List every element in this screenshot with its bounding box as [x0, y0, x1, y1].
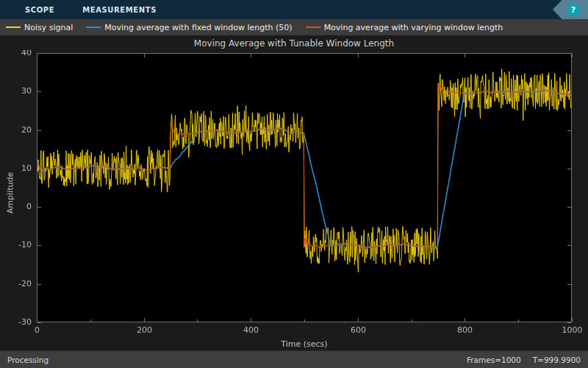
legend: Noisy signal Moving average with fixed w… [0, 19, 588, 35]
status-processing: Processing [7, 355, 49, 364]
legend-swatch-fixed-window [86, 26, 101, 28]
status-bar: Processing Frames=1000 T=999.9900 [0, 350, 588, 368]
legend-swatch-noisy-signal [6, 26, 21, 28]
tab-scope[interactable]: SCOPE [25, 6, 54, 14]
legend-item-noisy-signal[interactable]: Noisy signal [6, 23, 73, 32]
chart-canvas[interactable] [0, 50, 588, 350]
chart-title: Moving Average with Tunable Window Lengt… [0, 38, 588, 49]
x-axis-label: Time (secs) [37, 339, 572, 349]
legend-label: Moving average with fixed window length … [104, 23, 292, 32]
legend-item-varying-window[interactable]: Moving average with varying window lengt… [306, 23, 503, 32]
plot-region: Moving Average with Tunable Window Lengt… [0, 35, 588, 350]
legend-item-fixed-window[interactable]: Moving average with fixed window length … [86, 23, 292, 32]
y-axis-label: Amplitude [6, 163, 15, 222]
scope-window: SCOPE MEASUREMENTS ? Noisy signal Moving… [0, 0, 588, 368]
tab-measurements[interactable]: MEASUREMENTS [82, 6, 157, 14]
legend-label: Moving average with varying window lengt… [324, 23, 503, 32]
status-frames: Frames=1000 [467, 355, 521, 364]
help-banner: ? [553, 0, 588, 19]
toolbar: SCOPE MEASUREMENTS ? [0, 0, 588, 19]
question-icon: ? [571, 5, 576, 15]
status-time: T=999.9900 [533, 355, 581, 364]
legend-swatch-varying-window [306, 26, 320, 28]
legend-label: Noisy signal [24, 23, 73, 32]
help-button[interactable]: ? [567, 4, 580, 16]
